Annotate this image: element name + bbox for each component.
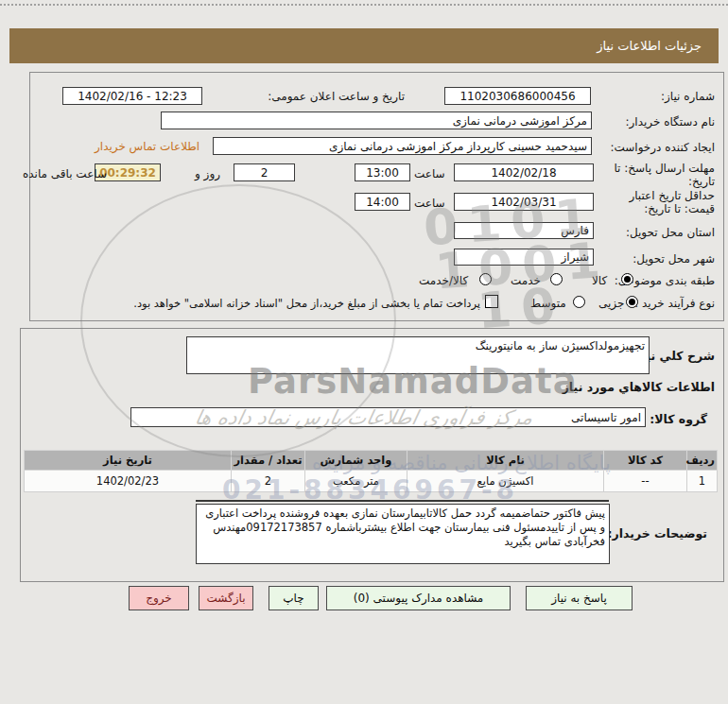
col-item-name: نام کالا xyxy=(407,451,604,471)
validity-label: حداقل تاریخ اعتبار قیمت: تا تاریخ: xyxy=(603,189,715,215)
creator-field[interactable]: سیدحمید حسینی کارپرداز مرکز اموزشی درمان… xyxy=(213,137,592,155)
buyer-notes-field[interactable]: پیش فاکتور حتماضمیمه گردد حمل کالاتابیما… xyxy=(196,504,610,564)
goods-table-header-row: ردیف کد کالا نام کالا واحد شمارش تعداد /… xyxy=(25,451,718,471)
buyer-org-field[interactable]: مرکز اموزشی درمانی نمازی xyxy=(161,112,592,129)
print-button[interactable]: چاپ xyxy=(269,586,319,610)
process-label: نوع فرآیند خرید : xyxy=(634,297,715,310)
buyer-org-label: نام دستگاه خریدار: xyxy=(626,115,716,129)
cell-row-number: 1 xyxy=(687,471,718,492)
deadline-date-field[interactable]: 1402/02/18 xyxy=(454,163,594,181)
need-details-page: جزئیات اطلاعات نیاز شماره نیاز: 11020306… xyxy=(0,0,728,704)
deadline-time-field[interactable]: 13:00 xyxy=(355,163,410,181)
radio-service[interactable] xyxy=(550,273,563,285)
province-label: استان محل تحویل: xyxy=(626,226,715,239)
exit-button[interactable]: خروج xyxy=(129,586,189,610)
validity-date-field[interactable]: 1402/03/31 xyxy=(454,193,594,211)
view-attachments-button[interactable]: مشاهده مدارک پیوستی (0) xyxy=(326,586,511,610)
back-button[interactable]: بازگشت xyxy=(199,586,253,610)
radio-minor-label: جزیی xyxy=(598,297,624,310)
cell-unit: متر مکعب xyxy=(305,471,407,492)
cell-item-code: -- xyxy=(604,471,687,492)
col-item-code: کد کالا xyxy=(604,451,687,471)
days-and-label: روز و xyxy=(195,167,220,180)
need-number-field[interactable]: 1102030686000456 xyxy=(444,87,591,105)
buyer-notes-label: توضیحات خریدار: xyxy=(607,527,707,541)
remaining-days-field[interactable]: 2 xyxy=(234,163,295,181)
announce-datetime-field[interactable]: 1402/02/16 - 12:23 xyxy=(62,87,202,105)
reply-to-need-button[interactable]: پاسخ به نیاز xyxy=(526,586,633,610)
cell-quantity: 2 xyxy=(232,471,305,492)
deadline-label: مهلت ارسال پاسخ: تا تاریخ: xyxy=(599,162,715,188)
treasury-checkbox[interactable] xyxy=(485,295,498,308)
col-row-number: ردیف xyxy=(687,451,718,471)
col-quantity: تعداد / مقدار xyxy=(232,451,305,471)
radio-service-label: خدمت xyxy=(511,274,541,287)
col-unit: واحد شمارش xyxy=(305,451,407,471)
province-field[interactable]: فارس xyxy=(454,222,594,239)
radio-medium[interactable] xyxy=(573,296,585,308)
col-need-date: تاریخ نیاز xyxy=(25,451,232,471)
top-dotted-divider xyxy=(0,4,728,6)
buyer-contact-link[interactable]: اطلاعات تماس خریدار xyxy=(95,140,199,153)
goods-group-field[interactable]: امور تاسیساتی xyxy=(130,407,646,427)
city-label: شهر محل تحویل: xyxy=(633,252,715,266)
radio-minor[interactable] xyxy=(626,296,638,308)
need-number-label: شماره نیاز: xyxy=(661,90,715,103)
radio-goods[interactable] xyxy=(621,273,633,285)
deadline-hour-label: ساعت xyxy=(414,167,445,180)
radio-goods-service-label: کالا/خدمت xyxy=(419,274,468,287)
remaining-hours-label: ساعت باقی مانده xyxy=(23,167,107,180)
goods-section-title: اطلاعات کالاهاي مورد نیاز xyxy=(563,381,715,394)
radio-goods-label: کالا xyxy=(592,274,607,287)
radio-goods-service[interactable] xyxy=(479,273,492,285)
cell-need-date: 1402/02/23 xyxy=(25,471,232,492)
goods-table-row: 1 -- اکسیژن مایع متر مکعب 2 1402/02/23 xyxy=(25,471,718,492)
cell-item-name: اکسیژن مایع xyxy=(407,471,604,492)
announce-datetime-label: تاریخ و ساعت اعلان عمومی: xyxy=(268,90,405,103)
validity-hour-label: ساعت xyxy=(414,197,445,210)
page-title: جزئیات اطلاعات نیاز xyxy=(597,39,702,53)
goods-table: ردیف کد کالا نام کالا واحد شمارش تعداد /… xyxy=(24,450,718,492)
radio-medium-label: متوسط xyxy=(530,297,566,310)
creator-label: ایجاد کننده درخواست: xyxy=(610,141,715,154)
need-description-field[interactable]: تجهیزمولداکسیژن ساز به مانیتورینگ xyxy=(186,336,650,374)
city-field[interactable]: شیراز xyxy=(454,249,594,266)
treasury-checkbox-label: پرداخت تمام یا بخشی از مبلغ خرید،از محل … xyxy=(80,297,480,310)
goods-group-label: گروه کالا: xyxy=(650,413,707,426)
validity-time-field[interactable]: 14:00 xyxy=(355,193,410,211)
page-title-bar: جزئیات اطلاعات نیاز xyxy=(9,28,719,63)
